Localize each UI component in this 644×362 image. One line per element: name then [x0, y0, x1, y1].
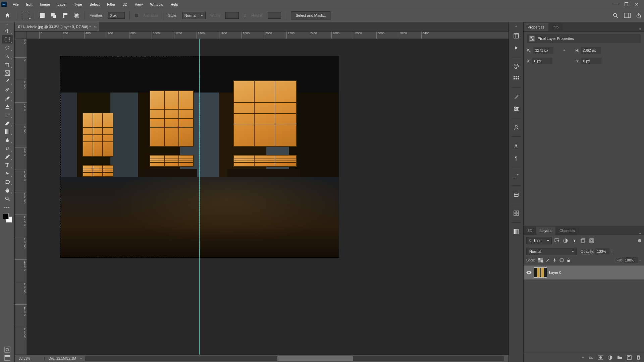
selection-intersect-icon[interactable] — [73, 12, 80, 19]
prop-h-input[interactable] — [581, 47, 601, 54]
type-tool[interactable]: T — [2, 161, 13, 169]
tab-properties[interactable]: Properties — [524, 23, 548, 31]
tab-channels[interactable]: Channels — [555, 227, 579, 235]
horizontal-scrollbar[interactable] — [85, 356, 504, 361]
select-and-mask-button[interactable]: Select and Mask... — [291, 11, 331, 19]
layer-filter-kind-select[interactable]: Kind — [526, 237, 552, 244]
gradient-tool[interactable] — [2, 127, 13, 136]
feather-input[interactable] — [108, 12, 125, 19]
prop-w-input[interactable] — [533, 47, 553, 54]
link-layers-icon[interactable]: ⚭ — [581, 355, 584, 360]
menu-edit[interactable]: Edit — [23, 1, 36, 8]
lock-artboard-icon[interactable] — [559, 258, 564, 262]
patterns-panel-icon[interactable] — [511, 209, 521, 218]
selection-add-icon[interactable] — [50, 12, 57, 19]
layers-panel-menu-icon[interactable]: ≡ — [637, 231, 644, 235]
adjustments-panel-icon[interactable] — [511, 105, 521, 113]
new-layer-icon[interactable] — [627, 355, 632, 360]
hand-tool[interactable] — [2, 186, 13, 194]
shape-tool[interactable] — [2, 178, 13, 186]
window-minimize-icon[interactable]: — — [613, 2, 618, 7]
filter-smart-icon[interactable] — [589, 238, 595, 243]
pen-tool[interactable] — [2, 153, 13, 161]
swatches-panel-icon[interactable] — [511, 74, 521, 83]
menu-layer[interactable]: Layer — [54, 1, 70, 8]
quick-mask-button[interactable] — [2, 345, 13, 354]
blend-mode-select[interactable]: Normal — [526, 248, 577, 255]
menu-file[interactable]: File — [9, 1, 22, 8]
window-restore-icon[interactable]: ❐ — [624, 2, 629, 7]
layer-visibility-icon[interactable] — [526, 270, 532, 275]
zoom-tool[interactable] — [2, 194, 13, 203]
layer-row[interactable]: Layer 0 — [524, 265, 644, 280]
actions-panel-icon[interactable] — [511, 44, 521, 52]
panelstrip-collapse-handle[interactable]: « — [515, 25, 517, 28]
learn-panel-icon[interactable] — [511, 123, 521, 132]
zoom-level[interactable]: 33.33% — [15, 357, 44, 360]
marquee-tool[interactable] — [2, 35, 13, 44]
lasso-tool[interactable] — [2, 44, 13, 52]
layer-filter-toggle[interactable] — [638, 239, 641, 242]
libraries-panel-icon[interactable] — [511, 190, 521, 199]
share-icon[interactable] — [636, 13, 641, 18]
guide-vertical[interactable] — [199, 39, 200, 355]
layer-fx-icon[interactable]: fx▾ — [589, 356, 593, 360]
history-brush-tool[interactable] — [2, 111, 13, 119]
window-close-icon[interactable]: ✕ — [635, 2, 639, 7]
history-panel-icon[interactable] — [511, 32, 521, 40]
lock-all-icon[interactable] — [567, 258, 571, 262]
filter-adjust-icon[interactable] — [563, 238, 569, 243]
paragraph-panel-icon[interactable]: ¶ — [511, 154, 521, 162]
layer-name[interactable]: Layer 0 — [549, 270, 561, 275]
color-swatches[interactable] — [3, 213, 12, 223]
ruler-origin[interactable] — [15, 32, 27, 39]
brush-tool[interactable] — [2, 94, 13, 102]
selection-subtract-icon[interactable] — [62, 12, 68, 19]
menu-window[interactable]: Window — [147, 1, 166, 8]
selection-new-icon[interactable] — [39, 12, 46, 19]
brush-settings-panel-icon[interactable] — [511, 172, 521, 181]
menu-view[interactable]: View — [131, 1, 146, 8]
link-wh-icon[interactable]: ⚭ — [563, 48, 566, 53]
stamp-tool[interactable] — [2, 102, 13, 111]
menu-filter[interactable]: Filter — [104, 1, 118, 8]
move-tool[interactable] — [2, 27, 13, 35]
tab-3d[interactable]: 3D — [524, 227, 536, 235]
fill-dropdown-icon[interactable]: ⌄ — [639, 259, 641, 262]
search-icon[interactable] — [612, 12, 619, 18]
gradients-panel-icon[interactable] — [511, 227, 521, 236]
adjustment-layer-icon[interactable] — [608, 355, 612, 360]
tool-preset-marquee[interactable] — [22, 12, 29, 19]
opacity-input[interactable] — [595, 248, 609, 254]
healing-tool[interactable] — [2, 85, 13, 94]
color-panel-icon[interactable] — [511, 62, 521, 71]
filter-shape-icon[interactable] — [581, 238, 586, 243]
filter-pixel-icon[interactable] — [554, 238, 560, 243]
screen-mode-button[interactable] — [2, 354, 13, 362]
workspace-switcher-icon[interactable] — [624, 13, 631, 18]
canvas-area[interactable] — [27, 39, 508, 355]
prop-y-input[interactable] — [581, 58, 601, 64]
menu-type[interactable]: Type — [71, 1, 86, 8]
style-select[interactable]: Normal — [182, 12, 206, 19]
lock-pixels-icon[interactable] — [545, 258, 550, 262]
home-button[interactable] — [3, 11, 12, 20]
quick-select-tool[interactable] — [2, 52, 13, 60]
eyedropper-tool[interactable] — [2, 77, 13, 85]
layer-thumbnail[interactable] — [534, 267, 547, 278]
path-select-tool[interactable] — [2, 169, 13, 178]
tools-collapse-handle[interactable]: « — [0, 23, 14, 27]
character-panel-icon[interactable]: A — [511, 141, 521, 150]
prop-x-input[interactable] — [532, 58, 552, 64]
tab-info[interactable]: Info — [548, 23, 562, 31]
fill-input[interactable] — [624, 257, 638, 263]
menu-image[interactable]: Image — [37, 1, 54, 8]
menu-help[interactable]: Help — [167, 1, 182, 8]
delete-layer-icon[interactable] — [636, 355, 641, 360]
lock-transparency-icon[interactable] — [538, 258, 543, 262]
frame-tool[interactable] — [2, 69, 13, 77]
crop-tool[interactable] — [2, 60, 13, 69]
foreground-color-swatch[interactable] — [3, 213, 9, 219]
opacity-dropdown-icon[interactable]: ⌄ — [611, 250, 613, 253]
ruler-horizontal[interactable]: 2000200400600800100012001400160018002000… — [27, 32, 508, 39]
